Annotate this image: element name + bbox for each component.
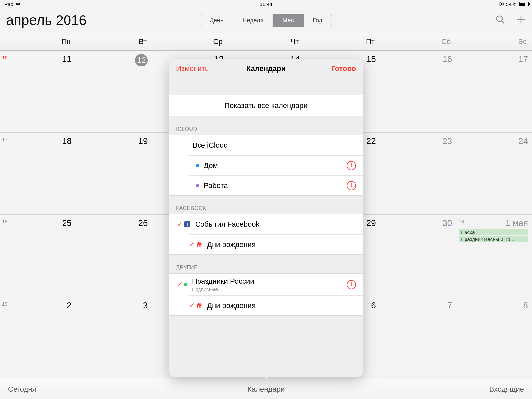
svg-line-2 [502, 21, 504, 24]
add-icon[interactable] [516, 15, 526, 26]
weekday-wed: Ср [152, 33, 228, 50]
svg-point-1 [497, 16, 503, 22]
day-cell[interactable]: 17 [456, 51, 532, 132]
day-cell[interactable]: 192 [0, 297, 76, 379]
event-chip[interactable]: Пасха [459, 229, 528, 235]
day-cell[interactable]: 24 [456, 133, 532, 214]
day-number: 3 [79, 300, 148, 311]
calendar-color-dot [196, 164, 199, 167]
day-cell[interactable]: 12 [76, 51, 152, 132]
bottom-toolbar: Сегодня Календари Входящие [0, 379, 532, 399]
week-number: 17 [2, 137, 8, 142]
weekday-thu: Чт [228, 33, 304, 50]
weekday-sun: Вс [456, 33, 532, 50]
calendar-item[interactable]: ✓Дни рождения [189, 234, 363, 254]
calendar-item[interactable]: Работаi [189, 175, 363, 195]
day-number: 19 [79, 136, 148, 146]
calendar-label: Дни рождения [207, 240, 356, 249]
week-number: 18 [458, 219, 464, 224]
info-icon[interactable]: i [347, 181, 356, 190]
orientation-lock-icon [499, 2, 504, 6]
calendar-item[interactable]: ✓Праздники РоссииПодписныеi [169, 274, 363, 295]
day-number: 17 [459, 54, 528, 64]
inbox-button[interactable]: Входящие [489, 385, 524, 394]
gift-icon [196, 303, 202, 309]
day-cell[interactable]: 181 маяПасхаПраздник Весны и Тр… [456, 215, 532, 297]
calendar-item[interactable]: ✓fСобытия Facebook [169, 214, 363, 234]
checkmark-icon: ✓ [177, 280, 184, 289]
calendar-label: События Facebook [195, 220, 356, 229]
today-badge: 12 [135, 54, 148, 66]
section-header: ДРУГИЕ [169, 255, 363, 273]
info-icon[interactable]: i [347, 280, 356, 289]
week-number: 19 [2, 301, 8, 307]
checkmark-icon: ✓ [189, 301, 196, 310]
weekday-tue: Вт [76, 33, 152, 50]
calendar-list: Все iCloudДомiРаботаi [169, 135, 363, 196]
calendar-item[interactable]: Все iCloud [169, 135, 363, 155]
calendar-label: Работа [204, 181, 347, 190]
calendar-item[interactable]: Домi [189, 155, 363, 175]
calendar-item[interactable]: ✓Дни рождения [189, 295, 363, 315]
done-button[interactable]: Готово [331, 65, 356, 73]
day-cell[interactable]: 26 [76, 215, 152, 297]
day-cell[interactable]: 8 [456, 297, 532, 379]
popover-title: Календари [246, 65, 286, 73]
carrier-label: iPad [3, 1, 13, 7]
day-number: 25 [3, 218, 72, 228]
day-number: 11 [3, 54, 72, 64]
day-cell[interactable]: 1825 [0, 215, 76, 297]
checkmark-icon: ✓ [177, 220, 184, 229]
battery-label: 54 % [506, 1, 517, 7]
day-number: 30 [383, 218, 452, 228]
section-header: ICLOUD [169, 116, 363, 135]
day-cell[interactable]: 1718 [0, 133, 76, 214]
segment-year[interactable]: Год [303, 14, 332, 27]
info-icon[interactable]: i [347, 161, 356, 170]
view-segmented-control: День Неделя Мес Год [200, 14, 332, 27]
facebook-icon: f [184, 221, 191, 227]
day-cell[interactable]: 19 [76, 133, 152, 214]
day-cell[interactable]: 1611 [0, 51, 76, 132]
wifi-icon [15, 2, 21, 6]
section-header: FACEBOOK [169, 196, 363, 214]
day-number: 16 [383, 54, 452, 64]
month-title: апрель 2016 [6, 12, 87, 28]
calendar-list: ✓fСобытия Facebook✓Дни рождения [169, 214, 363, 255]
week-number: 16 [2, 55, 8, 60]
weekday-header: Пн Вт Ср Чт Пт Сб Вс [0, 33, 532, 51]
event-chip[interactable]: Праздник Весны и Тр… [459, 236, 528, 242]
popover-content[interactable]: Показать все календариICLOUDВсе iCloudДо… [169, 78, 363, 377]
battery-icon [519, 2, 529, 6]
calendar-header: апрель 2016 День Неделя Мес Год [0, 8, 532, 33]
today-button[interactable]: Сегодня [8, 385, 36, 394]
day-number: 26 [79, 218, 148, 228]
day-number: 7 [383, 300, 452, 311]
calendars-popover: Изменить Календари Готово Показать все к… [169, 59, 363, 377]
edit-button[interactable]: Изменить [176, 65, 209, 73]
day-cell[interactable]: 3 [76, 297, 152, 379]
calendars-button[interactable]: Календари [247, 385, 285, 394]
day-number: 18 [3, 136, 72, 146]
day-cell[interactable]: 7 [380, 297, 457, 379]
gift-icon [196, 242, 202, 248]
calendar-color-dot [196, 184, 199, 187]
calendar-label: Дни рождения [207, 301, 356, 310]
calendar-label: Все iCloud [193, 141, 356, 150]
week-number: 18 [2, 219, 8, 224]
show-all-calendars[interactable]: Показать все календари [169, 95, 363, 116]
day-cell[interactable]: 23 [380, 133, 457, 214]
day-cell[interactable]: 16 [380, 51, 457, 132]
search-icon[interactable] [495, 15, 505, 26]
day-number: 1 мая [459, 218, 528, 228]
calendar-label: Праздники России [192, 277, 347, 286]
segment-month[interactable]: Мес [273, 14, 303, 27]
day-cell[interactable]: 30 [380, 215, 457, 297]
calendar-color-dot [184, 283, 187, 286]
segment-week[interactable]: Неделя [233, 14, 273, 27]
day-number: 8 [459, 300, 528, 311]
calendar-list: ✓Праздники РоссииПодписныеi✓Дни рождения [169, 273, 363, 316]
segment-day[interactable]: День [200, 14, 233, 27]
weekday-fri: Пт [304, 33, 380, 50]
status-bar: iPad 11:44 54 % [0, 0, 532, 8]
